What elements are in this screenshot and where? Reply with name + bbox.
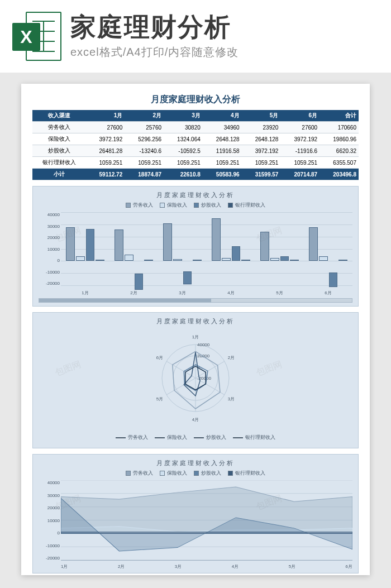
- table-row: 炒股收入26481.28-13240.6-10592.511916.583972…: [32, 145, 359, 157]
- svg-text:4月: 4月: [192, 417, 199, 422]
- chart-title: 月度家庭理财收入分析: [39, 191, 352, 199]
- table-header: 收入渠道: [32, 110, 85, 122]
- bar-chart: 月度家庭理财收入分析 劳务收入保险收入炒股收入银行理财收入 4000030000…: [32, 186, 359, 307]
- svg-text:1月: 1月: [192, 334, 199, 340]
- table-header: 6月: [280, 110, 320, 122]
- legend-item: 炒股收入: [194, 434, 226, 441]
- table-row: 银行理财收入1059.2511059.2511059.2511059.25110…: [32, 157, 359, 169]
- radar-legend: 劳务收入保险收入炒股收入银行理财收入: [39, 434, 352, 441]
- banner-subtitle: excel格式/A4打印/内容随意修改: [70, 45, 379, 60]
- chart-title: 月度家庭理财收入分析: [39, 459, 352, 467]
- radar-plot: -20000020000400001月2月3月4月5月6月: [39, 328, 352, 434]
- bar-plot: [61, 212, 352, 286]
- legend-item: 炒股收入: [194, 202, 221, 209]
- area-x-axis: 1月2月3月4月5月6月: [61, 563, 352, 570]
- legend-item: 保险收入: [160, 202, 187, 209]
- legend-item: 保险收入: [155, 434, 187, 441]
- legend-item: 劳务收入: [116, 434, 148, 441]
- svg-text:2月: 2月: [228, 355, 235, 360]
- bar-legend: 劳务收入保险收入炒股收入银行理财收入: [39, 202, 352, 209]
- banner-title: 家庭理财分析: [70, 13, 379, 41]
- template-banner: X 家庭理财分析 excel格式/A4打印/内容随意修改: [0, 0, 391, 73]
- svg-text:5月: 5月: [156, 396, 163, 401]
- table-header: 2月: [125, 110, 164, 122]
- legend-item: 劳务收入: [126, 470, 153, 477]
- radar-chart: 月度家庭理财收入分析 -20000020000400001月2月3月4月5月6月…: [32, 312, 359, 448]
- area-legend: 劳务收入保险收入炒股收入银行理财收入: [39, 470, 352, 477]
- svg-line-18: [166, 361, 196, 378]
- bar-y-axis: 400003000020000100000-10000-20000: [39, 212, 60, 286]
- legend-item: 劳务收入: [126, 202, 153, 209]
- table-row: 劳务收入276002576030820349602392027600170660: [32, 122, 359, 133]
- svg-text:40000: 40000: [197, 342, 210, 347]
- area-y-axis: 400003000020000100000-10000-20000: [39, 480, 60, 561]
- page-title: 月度家庭理财收入分析: [32, 94, 359, 106]
- chart-title: 月度家庭理财收入分析: [39, 317, 352, 326]
- table-row: 保险收入3972.1925296.2561324.0642648.1282648…: [32, 133, 359, 145]
- table-header: 1月: [85, 110, 125, 122]
- area-plot: [61, 480, 352, 561]
- document-page: 月度家庭理财收入分析 收入渠道1月2月3月4月5月6月合计 劳务收入276002…: [21, 84, 370, 575]
- chart-scrollbar[interactable]: [39, 298, 352, 303]
- legend-item: 银行理财收入: [228, 470, 265, 477]
- svg-text:3月: 3月: [228, 396, 235, 401]
- area-chart: 月度家庭理财收入分析 劳务收入保险收入炒股收入银行理财收入 4000030000…: [32, 454, 359, 573]
- bar-x-axis: 1月2月3月4月5月6月: [61, 290, 352, 296]
- legend-item: 保险收入: [160, 470, 187, 477]
- svg-line-16: [166, 378, 196, 395]
- table-header: 合计: [320, 110, 359, 122]
- svg-text:6月: 6月: [156, 355, 163, 360]
- table-header: 3月: [164, 110, 203, 122]
- excel-icon: X: [12, 12, 61, 61]
- legend-item: 银行理财收入: [233, 434, 275, 441]
- income-table: 收入渠道1月2月3月4月5月6月合计 劳务收入27600257603082034…: [32, 110, 359, 180]
- legend-item: 炒股收入: [194, 470, 221, 477]
- table-header: 4月: [203, 110, 242, 122]
- table-header: 5月: [242, 110, 281, 122]
- legend-item: 银行理财收入: [228, 202, 265, 209]
